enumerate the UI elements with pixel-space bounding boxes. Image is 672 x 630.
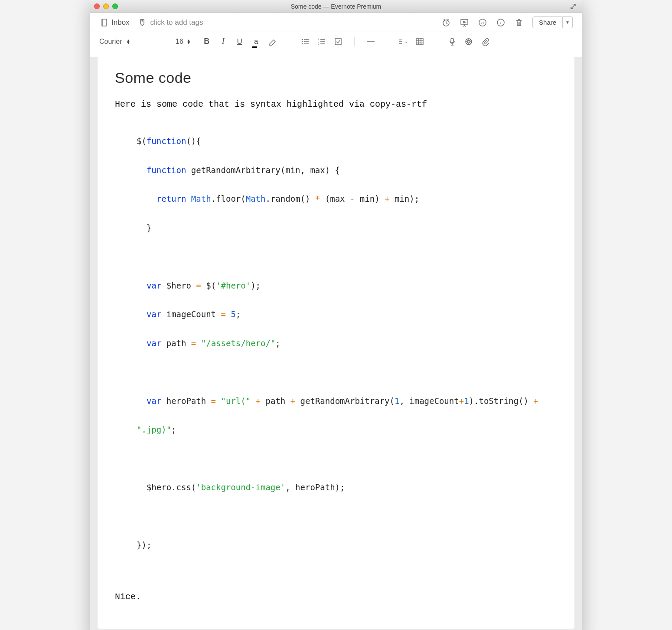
underline-button[interactable]: U [235,37,245,46]
italic-button[interactable]: I [219,37,228,46]
code-line: var $hero = $('#hero'); [137,279,557,293]
header-actions: a i Share ▼ [441,16,573,28]
code-line: return Math.floor(Math.random() * (max -… [137,192,557,206]
svg-point-33 [467,40,470,43]
trash-icon[interactable] [514,18,524,27]
table-button[interactable] [415,37,424,46]
camera-icon[interactable] [464,37,473,46]
info-icon[interactable]: i [496,18,506,27]
microphone-icon[interactable] [447,37,457,46]
share-dropdown[interactable]: ▼ [563,16,573,28]
list-group: 123 [300,37,343,46]
text-style-group: B I U a [202,37,277,46]
checkbox-button[interactable] [333,37,343,46]
note-title[interactable]: Some code [115,69,557,86]
code-line: ".jpg)"; [137,423,557,437]
font-size-label: 16 [176,38,183,46]
note-body[interactable]: Some code Here is some code that is synt… [98,57,574,629]
font-size-select[interactable]: 16 ▲▼ [176,38,191,46]
svg-text:3: 3 [318,43,320,45]
svg-text:a: a [481,20,484,25]
text-color-button[interactable]: a [251,37,261,46]
font-family-label: Courier [99,38,122,46]
tag-icon [137,18,147,27]
svg-point-2 [142,20,143,21]
code-line: var heroPath = "url(" + path + getRandom… [137,394,557,408]
outro-text: Nice. [115,591,557,603]
code-line: var imageCount = 5; [137,307,557,322]
close-window-button[interactable] [94,3,100,9]
attachment-icon[interactable] [480,37,490,46]
insert-group [447,37,490,46]
code-line: } [137,221,557,235]
layout-group: ⌄ [398,37,424,46]
horizontal-rule-button[interactable] [366,37,375,46]
code-line [137,249,557,264]
format-toolbar: Courier ▲▼ 16 ▲▼ B I U a 123 [90,32,582,51]
svg-rect-21 [335,39,341,45]
svg-point-11 [301,41,303,42]
window-title: Some code — Evernote Premium [90,3,582,10]
font-family-select[interactable]: Courier ▲▼ [99,38,164,46]
intro-text: Here is some code that is syntax highlig… [115,98,557,110]
separator [387,37,387,46]
code-line: function getRandomArbitrary(min, max) { [137,163,557,177]
share-control: Share ▼ [532,16,573,28]
tags-field[interactable]: click to add tags [137,18,203,27]
svg-rect-31 [451,38,453,43]
bold-button[interactable]: B [202,37,212,46]
numbered-list-button[interactable]: 123 [317,37,326,46]
bullet-list-button[interactable] [300,37,310,46]
code-line [137,365,557,379]
zoom-window-button[interactable] [112,3,118,9]
alignment-button[interactable]: ⌄ [398,37,408,46]
highlight-button[interactable] [268,37,277,46]
code-line: $(function(){ [137,134,557,148]
separator [436,37,436,46]
minimize-window-button[interactable] [103,3,109,9]
svg-rect-26 [416,39,423,45]
svg-point-9 [301,39,303,40]
app-window: Some code — Evernote Premium Inbox click… [90,0,582,630]
code-line [137,452,557,466]
titlebar: Some code — Evernote Premium [90,0,582,13]
code-block: $(function(){ function getRandomArbitrar… [137,120,557,581]
window-controls [94,3,118,9]
annotate-icon[interactable]: a [478,18,487,27]
code-line: }); [137,538,557,552]
notebook-selector[interactable]: Inbox [99,18,130,27]
code-line [137,509,557,524]
stepper-icon: ▲▼ [126,39,130,44]
note-canvas: Some code Here is some code that is synt… [90,57,582,630]
separator [289,37,289,46]
notebook-label: Inbox [111,18,130,27]
resize-icon[interactable] [568,2,578,11]
notebook-icon [99,18,109,27]
code-line: $hero.css('background-image', heroPath); [137,480,557,495]
separator [354,37,355,46]
svg-text:i: i [500,20,502,25]
svg-point-13 [301,43,303,44]
code-line: var path = "/assets/hero/"; [137,336,557,351]
reminder-icon[interactable] [441,18,451,27]
presentation-icon[interactable] [460,18,469,27]
share-button[interactable]: Share [532,16,563,28]
note-header-bar: Inbox click to add tags a i [90,13,582,32]
tags-placeholder: click to add tags [150,18,203,27]
stepper-icon: ▲▼ [187,39,191,44]
